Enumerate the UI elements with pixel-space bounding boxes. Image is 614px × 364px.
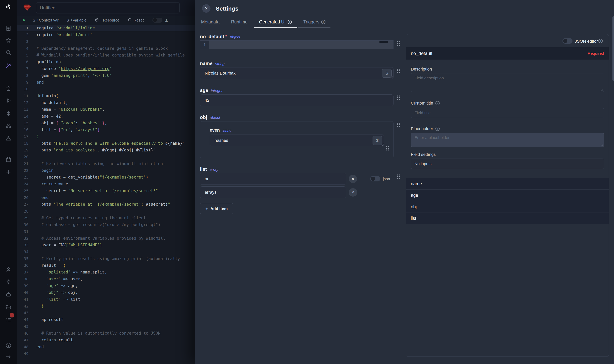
code-editor[interactable]: 1require 'windmill/inline'2require 'wind… bbox=[17, 25, 195, 364]
add-variable-button[interactable]: $ +Variable bbox=[67, 18, 87, 23]
diff-toggle[interactable] bbox=[152, 18, 162, 23]
code-line-29[interactable]: 29 # Get typed resources using the mini … bbox=[17, 214, 195, 221]
script-title-input[interactable] bbox=[36, 2, 180, 13]
code-line-18[interactable]: 18 puts "Hello World and a warm welcome … bbox=[17, 140, 195, 147]
tab-generated-ui[interactable]: Generated UI i bbox=[254, 16, 297, 28]
workers-robot-icon[interactable] bbox=[5, 291, 12, 298]
ai-wand-icon[interactable] bbox=[5, 62, 12, 69]
property-row-obj[interactable]: obj bbox=[406, 201, 609, 213]
info-icon[interactable]: i bbox=[599, 39, 603, 43]
remove-item-icon[interactable]: ✕ bbox=[349, 188, 357, 197]
code-line-36[interactable]: 36 result = { bbox=[17, 262, 195, 269]
placeholder-textarea[interactable] bbox=[411, 133, 604, 147]
info-icon[interactable]: i bbox=[435, 101, 440, 105]
code-line-28[interactable]: 28 bbox=[17, 208, 195, 214]
remove-item-icon[interactable]: ✕ bbox=[349, 175, 357, 183]
code-line-21[interactable]: 21 # Retrieve variables using the Windmi… bbox=[17, 160, 195, 167]
code-line-1[interactable]: 1require 'windmill/inline' bbox=[17, 25, 195, 31]
logs-list-icon[interactable] bbox=[5, 316, 12, 323]
favorites-star-icon[interactable] bbox=[5, 37, 12, 44]
code-line-33[interactable]: 33 user = ENV['WM_USERNAME'] bbox=[17, 242, 195, 248]
code-line-14[interactable]: 14 age = 42, bbox=[17, 113, 195, 119]
drag-handle[interactable] bbox=[397, 95, 400, 100]
drag-handle[interactable] bbox=[397, 41, 400, 46]
dollar-var-button[interactable]: $ bbox=[382, 69, 392, 78]
description-textarea[interactable] bbox=[411, 73, 604, 92]
no-default-json-editor[interactable]: 1 bbox=[200, 40, 393, 49]
even-input[interactable] bbox=[210, 134, 384, 146]
code-line-4[interactable]: 4# Dependency management: declare gems i… bbox=[17, 45, 195, 52]
code-line-43[interactable]: 43 bbox=[17, 309, 195, 316]
modal-scrollbar[interactable] bbox=[613, 16, 614, 81]
code-line-49[interactable]: 49 bbox=[17, 350, 195, 357]
code-line-24[interactable]: 24 rescue => e bbox=[17, 181, 195, 187]
code-line-46[interactable]: 46 # Return value is automatically conve… bbox=[17, 330, 195, 337]
add-context-var-button[interactable]: $ +Context var bbox=[33, 18, 59, 23]
tab-metadata[interactable]: Metadata bbox=[196, 16, 224, 28]
code-line-38[interactable]: 38 "user" => user, bbox=[17, 276, 195, 282]
code-line-6[interactable]: 6gemfile do bbox=[17, 58, 195, 65]
drag-handle[interactable] bbox=[397, 69, 400, 73]
code-line-3[interactable]: 3 bbox=[17, 38, 195, 45]
apps-icon[interactable] bbox=[5, 25, 12, 32]
code-line-23[interactable]: 23 secret = get_variable("f/examples/sec… bbox=[17, 174, 195, 181]
list-item-input-1[interactable] bbox=[200, 186, 346, 198]
age-input[interactable] bbox=[200, 94, 393, 106]
windmill-logo-icon[interactable] bbox=[5, 3, 12, 10]
code-line-32[interactable]: 32 # Access environment variables provid… bbox=[17, 235, 195, 242]
schedules-pyramid-icon[interactable] bbox=[5, 135, 12, 142]
code-line-5[interactable]: 5# Windmill uses bundler/inline compatib… bbox=[17, 52, 195, 58]
list-item-input-0[interactable] bbox=[200, 173, 346, 185]
code-line-16[interactable]: 16 list = ["or", "arrays!"] bbox=[17, 126, 195, 133]
code-line-34[interactable]: 34 bbox=[17, 248, 195, 255]
code-line-22[interactable]: 22 begin bbox=[17, 167, 195, 174]
code-line-17[interactable]: 17) bbox=[17, 133, 195, 140]
add-item-button[interactable]: + Add item bbox=[200, 203, 233, 214]
code-line-13[interactable]: 13 name = "Nicolas Bourbaki", bbox=[17, 106, 195, 113]
reset-button[interactable]: Reset bbox=[128, 17, 144, 23]
code-line-12[interactable]: 12 no_default, bbox=[17, 99, 195, 106]
info-icon[interactable]: i bbox=[287, 20, 292, 24]
code-line-10[interactable]: 10 bbox=[17, 86, 195, 92]
code-line-25[interactable]: 25 secret = "No secret yet at f/examples… bbox=[17, 187, 195, 194]
add-plus-icon[interactable] bbox=[5, 169, 12, 176]
tab-runtime[interactable]: Runtime bbox=[226, 16, 253, 28]
search-icon[interactable] bbox=[5, 49, 12, 56]
code-line-20[interactable]: 20 bbox=[17, 154, 195, 160]
property-row-age[interactable]: age bbox=[406, 190, 609, 201]
drag-handle[interactable] bbox=[397, 123, 400, 127]
custom-title-input[interactable] bbox=[411, 108, 604, 118]
code-line-37[interactable]: 37 "splitted" => name.split, bbox=[17, 269, 195, 276]
code-line-40[interactable]: 40 "obj" => obj, bbox=[17, 289, 195, 296]
settings-gear-icon[interactable] bbox=[5, 278, 12, 286]
code-line-26[interactable]: 26 end bbox=[17, 194, 195, 201]
add-resource-button[interactable]: +Resource bbox=[95, 17, 119, 23]
code-line-41[interactable]: 41 "list" => list bbox=[17, 296, 195, 303]
code-line-42[interactable]: 42 } bbox=[17, 303, 195, 309]
code-line-35[interactable]: 35 # Pretty print results using amazing_… bbox=[17, 255, 195, 262]
home-icon[interactable] bbox=[5, 85, 12, 92]
tab-triggers[interactable]: Triggers i bbox=[298, 16, 331, 28]
info-icon[interactable]: i bbox=[435, 127, 440, 131]
drag-handle[interactable] bbox=[386, 146, 389, 151]
code-line-31[interactable]: 31 bbox=[17, 228, 195, 235]
code-line-19[interactable]: 19 puts "and its acolytes.. #{age} #{obj… bbox=[17, 147, 195, 153]
calendar-icon[interactable] bbox=[5, 156, 12, 163]
code-line-44[interactable]: 44 ap result bbox=[17, 316, 195, 323]
property-row-name[interactable]: name bbox=[406, 178, 609, 190]
drag-handle[interactable] bbox=[397, 174, 400, 179]
user-icon[interactable] bbox=[5, 266, 12, 273]
code-line-30[interactable]: 30 # database = get_resource("u/user/my_… bbox=[17, 221, 195, 228]
code-line-47[interactable]: 47 return result bbox=[17, 337, 195, 343]
code-line-7[interactable]: 7 source 'https://rubygems.org' bbox=[17, 65, 195, 72]
folders-icon[interactable] bbox=[5, 304, 12, 311]
code-line-27[interactable]: 27 puts "The variable at 'f/examples/sec… bbox=[17, 201, 195, 208]
code-line-15[interactable]: 15 obj = { "even": "hashes" }, bbox=[17, 119, 195, 126]
selected-field-row[interactable]: no_default Required bbox=[406, 47, 609, 60]
runs-play-icon[interactable] bbox=[5, 97, 12, 104]
name-input[interactable] bbox=[200, 67, 393, 79]
code-line-39[interactable]: 39 "age" => age, bbox=[17, 282, 195, 289]
info-icon[interactable]: i bbox=[321, 20, 326, 24]
json-toggle[interactable] bbox=[370, 176, 380, 182]
json-editor-toggle[interactable] bbox=[562, 38, 573, 44]
